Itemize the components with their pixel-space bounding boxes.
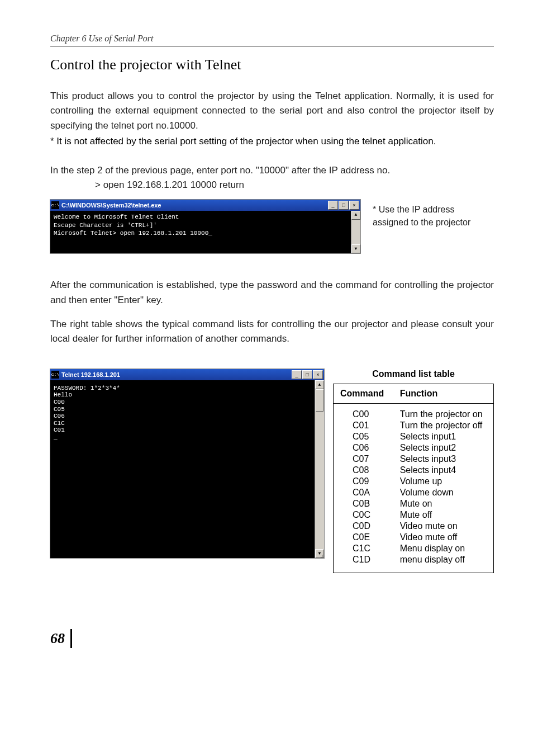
window-titlebar: c:\ C:\WINDOWS\System32\telnet.exe _ □ × [50,200,360,211]
telnet-window-1: c:\ C:\WINDOWS\System32\telnet.exe _ □ ×… [50,200,360,254]
terminal-line: C06 [54,413,321,420]
table-row: C0BMute on [334,498,494,509]
page: Chapter 6 Use of Serial Port Control the… [0,0,533,670]
cmd-cell: C09 [334,476,393,487]
telnet-window-2: c:\ Telnet 192.168.1.201 _ □ × PASSWORD:… [50,369,324,558]
command-table-wrap: Command list table Command Function C00T… [333,369,494,573]
terminal-line: _ [54,434,321,441]
window-buttons: _ □ × [291,370,323,379]
table-row: C1Dmenu display off [334,554,494,573]
window-titlebar: c:\ Telnet 192.168.1.201 _ □ × [50,369,324,380]
table-row: C00Turn the projector on [334,403,494,420]
fn-cell: Turn the projector on [393,403,494,420]
scroll-down-icon[interactable]: ▼ [351,244,360,253]
side-note: * Use the IP address assigned to the pro… [373,203,490,229]
cmd-cell: C07 [334,453,393,465]
terminal-line: C05 [54,406,321,413]
fn-cell: Volume up [393,476,494,487]
telnet-row-1: c:\ C:\WINDOWS\System32\telnet.exe _ □ ×… [50,200,494,254]
cmd-cell: C0C [334,509,393,521]
command-table-title: Command list table [333,369,494,379]
table-row: C0DVideo mute on [334,521,494,532]
cmd-cell: C1D [334,554,393,573]
table-row: C08Selects input4 [334,465,494,476]
minimize-button[interactable]: _ [328,201,338,210]
scrollbar[interactable]: ▲ ▼ [315,380,324,558]
paragraph-4: The right table shows the typical comman… [50,317,494,347]
fn-cell: Mute on [393,498,494,509]
telnet-row-2: c:\ Telnet 192.168.1.201 _ □ × PASSWORD:… [50,369,494,573]
minimize-button[interactable]: _ [292,370,302,379]
cmd-cell: C05 [334,431,393,442]
table-row: C06Selects input2 [334,442,494,453]
note-1: * It is not affected by the serial port … [50,134,494,149]
fn-cell: Selects input4 [393,465,494,476]
cmd-cell: C0A [334,487,393,498]
table-header-command: Command [334,384,393,403]
window-title-text: C:\WINDOWS\System32\telnet.exe [61,202,327,209]
table-row: C05Selects input1 [334,431,494,442]
scroll-thumb[interactable] [316,389,323,412]
cmd-cell: C0B [334,498,393,509]
cmd-cell: C00 [334,403,393,420]
cmd-icon: c:\ [51,371,59,379]
command-table-body: C00Turn the projector on C01Turn the pro… [334,403,494,573]
table-row: C0CMute off [334,509,494,521]
terminal-line: Microsoft Telnet> open 192.168.1.201 100… [54,229,357,238]
maximize-button[interactable]: □ [302,370,312,379]
window-buttons: _ □ × [327,201,359,210]
page-number: 68 [50,629,72,648]
resize-grip-icon[interactable]: ⌟ [320,550,324,559]
fn-cell: Turn the projector off [393,420,494,431]
cmd-icon: c:\ [51,201,59,209]
prompt-line: > open 192.168.1.201 10000 return [95,179,494,191]
cmd-cell: C06 [334,442,393,453]
scrollbar[interactable]: ▲ ▼ [351,211,360,254]
terminal-line: C01 [54,427,321,434]
fn-cell: Selects input2 [393,442,494,453]
table-header-function: Function [393,384,494,403]
table-row: C01Turn the projector off [334,420,494,431]
terminal-body: Welcome to Microsoft Telnet Client Escap… [50,211,360,254]
fn-cell: Video mute off [393,532,494,543]
fn-cell: Selects input1 [393,431,494,442]
cmd-cell: C0D [334,521,393,532]
table-row: C0EVideo mute off [334,532,494,543]
scroll-up-icon[interactable]: ▲ [351,211,360,220]
scroll-up-icon[interactable]: ▲ [315,380,324,389]
terminal-line: Hello [54,391,321,399]
fn-cell: menu display off [393,554,494,573]
fn-cell: Mute off [393,509,494,521]
terminal-line: Welcome to Microsoft Telnet Client [54,213,357,221]
fn-cell: Selects input3 [393,453,494,465]
paragraph-3: After the communication is established, … [50,278,494,308]
terminal-body: PASSWORD: 1*2*3*4* Hello C00 C05 C06 C1C… [50,380,324,558]
fn-cell: Video mute on [393,521,494,532]
command-table: Command Function C00Turn the projector o… [333,384,494,573]
terminal-line: Escape Character is 'CTRL+]' [54,221,357,230]
paragraph-1: This product allows you to control the p… [50,89,494,133]
cmd-cell: C1C [334,543,393,554]
maximize-button[interactable]: □ [339,201,349,210]
paragraph-2: In the step 2 of the previous page, ente… [50,163,494,178]
table-row: C09Volume up [334,476,494,487]
table-row: C1CMenu display on [334,543,494,554]
table-row: C07Selects input3 [334,453,494,465]
cmd-cell: C0E [334,532,393,543]
close-button[interactable]: × [313,370,323,379]
terminal-line: PASSWORD: 1*2*3*4* [54,385,321,392]
table-row: C0AVolume down [334,487,494,498]
fn-cell: Volume down [393,487,494,498]
chapter-header: Chapter 6 Use of Serial Port [50,34,494,46]
terminal-line: C1C [54,420,321,427]
cmd-cell: C08 [334,465,393,476]
fn-cell: Menu display on [393,543,494,554]
section-title: Control the projector with Telnet [50,56,494,73]
cmd-cell: C01 [334,420,393,431]
terminal-line: C00 [54,399,321,406]
window-title-text: Telnet 192.168.1.201 [61,371,291,378]
close-button[interactable]: × [349,201,359,210]
